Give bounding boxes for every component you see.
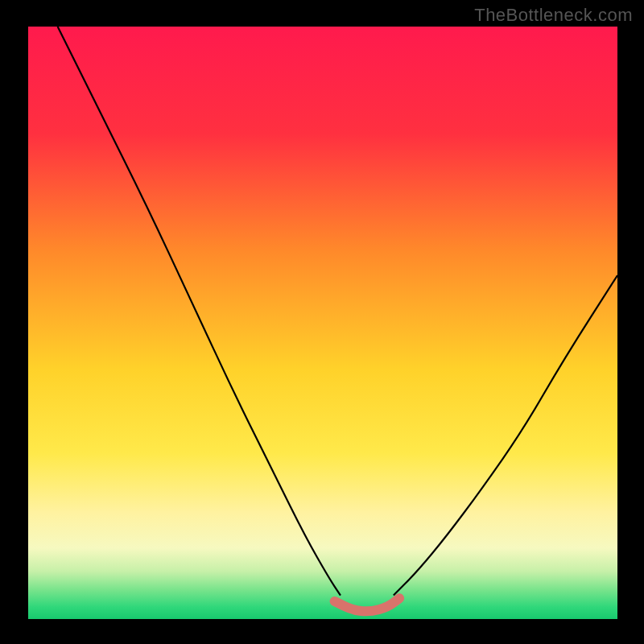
plot-background	[28, 27, 617, 619]
watermark-text: TheBottleneck.com	[474, 5, 633, 26]
chart-frame: TheBottleneck.com	[0, 0, 644, 644]
bottleneck-curve-chart	[0, 0, 644, 644]
